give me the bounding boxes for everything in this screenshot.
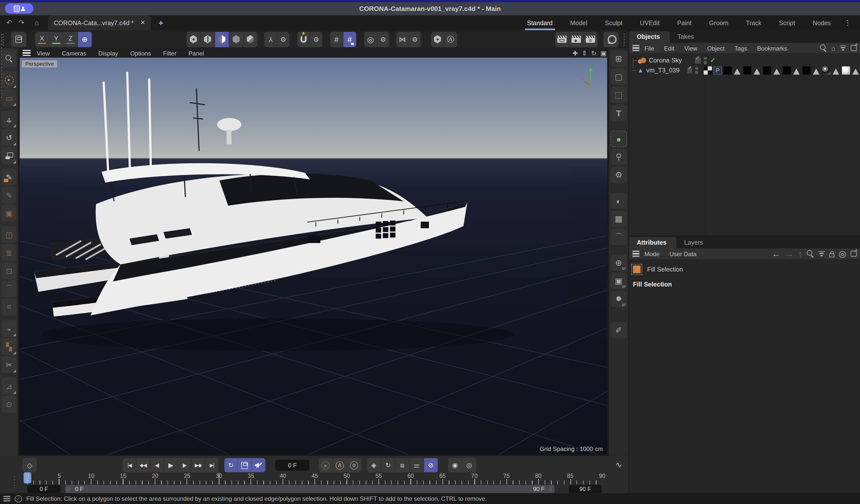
viewport-menu-cameras[interactable]: Cameras (56, 49, 92, 56)
status-burger-icon[interactable] (3, 495, 11, 502)
next-key-button[interactable]: ▶◆ (191, 458, 205, 472)
keying-settings-button[interactable]: ⚙ (347, 458, 361, 472)
viewport-zoom-icon[interactable]: ⇕ (582, 49, 587, 57)
attributes-up-icon[interactable]: ↑ (798, 249, 803, 259)
open-cube-tool[interactable]: ⊡ (2, 262, 17, 279)
redo-icon[interactable]: ↷ (15, 19, 27, 27)
viewport-burger-icon[interactable] (23, 50, 31, 56)
viewport-zoom-tool[interactable] (2, 50, 17, 67)
screen-share-button[interactable] (5, 3, 33, 14)
next-frame-button[interactable]: |▶ (178, 458, 191, 472)
viewport-pan-icon[interactable]: ✚ (572, 49, 578, 57)
object-mode-button[interactable] (229, 32, 243, 47)
material-tag-chrome-icon[interactable] (822, 66, 830, 74)
rotate-tool[interactable]: ↺ (2, 129, 17, 146)
layout-tab-paint[interactable]: Paint (669, 15, 700, 30)
edges-mode-button[interactable] (201, 32, 215, 47)
axis-z-button[interactable]: Z (64, 32, 78, 47)
knife-tool[interactable]: ✂ (2, 356, 17, 373)
record-keyframe-button[interactable]: ◆ (319, 458, 333, 472)
object-row-vm-t3-039[interactable]: ─ ▲ vm_T3_039 P (629, 65, 860, 75)
gizmo-settings-icon[interactable]: ⚙ (277, 32, 289, 47)
polygon-selection-tag-icon[interactable] (753, 66, 761, 74)
key-scale-button[interactable]: ⧈ (396, 458, 410, 472)
joint-tool-icon[interactable]: ⚲ (611, 148, 627, 165)
layout-tab-uvedit[interactable]: UVEdit (631, 15, 669, 30)
layout-tab-standard[interactable]: Standard (518, 15, 561, 30)
play-frames-button[interactable] (238, 458, 252, 472)
objects-filter-icon[interactable] (840, 45, 846, 51)
polygons-mode-button[interactable] (215, 32, 229, 47)
autokey-button[interactable]: A (333, 458, 347, 472)
tweak-tool[interactable]: ▣ (2, 205, 17, 221)
scale-tool[interactable] (2, 147, 17, 164)
attributes-popout-icon[interactable] (851, 250, 857, 257)
toolbar-grip-right[interactable] (623, 33, 625, 46)
layout-tab-nodes[interactable]: Nodes (804, 15, 840, 30)
polygon-selection-tag-icon[interactable] (812, 66, 820, 74)
frame-selected-tool[interactable]: ⊙ (2, 395, 17, 413)
visibility-dots[interactable] (704, 57, 707, 64)
snap-settings-icon[interactable]: ⚙ (311, 32, 322, 47)
layout-overflow-icon[interactable]: ⋮ (840, 19, 856, 27)
plane-primitive-icon[interactable]: ▢ (611, 69, 627, 85)
key-rotation-button[interactable]: ↻ (381, 458, 396, 472)
objects-search-icon[interactable] (820, 45, 827, 52)
attributes-burger-icon[interactable] (632, 250, 640, 257)
texture-mode-button[interactable] (244, 32, 258, 47)
object-row-corona-sky[interactable]: ─ Corona Sky ✓ (629, 56, 860, 66)
selection-tag-icon[interactable] (743, 66, 751, 74)
rings-icon[interactable]: ◎ (364, 32, 377, 47)
scroll-grip-left[interactable] (67, 486, 70, 491)
objects-menu-object[interactable]: Object (702, 45, 730, 51)
key-parameters-button[interactable]: ⚌ (410, 458, 424, 472)
visibility-dots[interactable] (695, 67, 698, 74)
camera-label[interactable]: Perspective (22, 60, 57, 68)
range-start-field[interactable]: 0 F (27, 485, 60, 493)
keyframe-diamond-button[interactable]: ◇ (23, 458, 37, 472)
goto-start-button[interactable]: |◀ (123, 458, 137, 472)
axis-x-button[interactable]: X (35, 32, 49, 47)
deformer-bend-icon[interactable]: ⌒ (611, 229, 627, 245)
key-position-button[interactable]: ◈ (367, 458, 381, 472)
viewport-maximize-icon[interactable]: ▣ (600, 49, 607, 57)
quantize-grid-icon[interactable]: # (343, 32, 357, 47)
viewport-menu-options[interactable]: Options (124, 49, 157, 56)
film-st-icon[interactable]: ▣ST (611, 273, 627, 289)
viewport-menu-display[interactable]: Display (92, 49, 124, 56)
objects-menu-file[interactable]: File (640, 45, 659, 51)
attributes-filter-icon[interactable] (818, 251, 825, 256)
modeling-gear-icon[interactable]: ⚙ (377, 32, 389, 47)
tab-takes[interactable]: Takes (670, 31, 704, 43)
edit-toggle[interactable] (687, 67, 692, 73)
scroll-grip-right[interactable] (550, 486, 553, 491)
cage-deform-tool[interactable]: ⌗ (2, 299, 17, 315)
attributes-search-icon[interactable] (807, 250, 814, 257)
loop-playback-button[interactable]: ↻ (224, 458, 238, 472)
hex-a-icon[interactable]: Ⓐ (444, 32, 457, 47)
character-gear-icon[interactable]: ⚙ (611, 167, 627, 183)
play-button[interactable]: ▶ (164, 458, 178, 472)
rectangle-selection-tool[interactable]: ▭ (2, 89, 17, 106)
fcurve-icon[interactable]: ∿ (616, 460, 622, 469)
cube-primitive-icon[interactable]: ⬚ (611, 87, 627, 103)
sidebar-grip[interactable] (0, 33, 3, 99)
undo-icon[interactable]: ↶ (3, 19, 15, 27)
polygon-selection-tag-icon[interactable] (733, 66, 742, 74)
viewport-orbit-icon[interactable]: ↻ (591, 49, 597, 57)
objects-menu-bookmarks[interactable]: Bookmarks (752, 45, 792, 51)
home-icon[interactable]: ⌂ (31, 19, 43, 27)
autokey-rotate-button[interactable]: ◎ (462, 458, 476, 472)
object-column-divider[interactable] (705, 53, 706, 235)
globe-st-icon[interactable]: ⊕ST (611, 255, 627, 271)
subdivide-tool[interactable]: ≣ (2, 244, 17, 261)
document-tab[interactable]: CORONA-Cata...vray7.c4d * ✕ (48, 15, 151, 30)
viewport-menu-filter[interactable]: Filter (157, 49, 182, 56)
new-tab-button[interactable]: + (158, 18, 163, 27)
object-name[interactable]: vm_T3_039 (646, 67, 684, 73)
hex-rings-icon[interactable] (431, 32, 444, 47)
cappucino-mouse-button[interactable]: ◉ (448, 458, 462, 472)
polygon-pen-tool[interactable]: ✎ (2, 186, 17, 203)
simulation-capsule-icon[interactable]: ● (611, 131, 627, 147)
polygon-selection-tag-icon[interactable] (832, 66, 840, 74)
